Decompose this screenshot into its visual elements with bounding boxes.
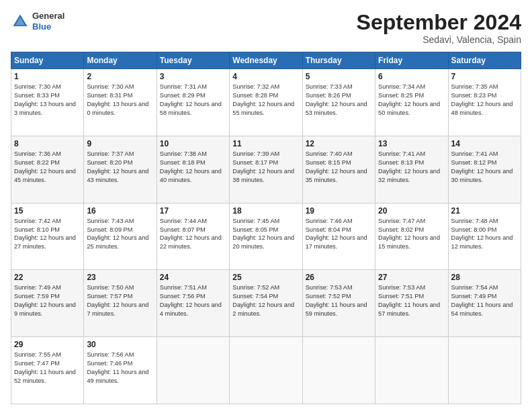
day-info: Sunrise: 7:43 AMSunset: 8:09 PMDaylight:… <box>87 217 153 252</box>
calendar-cell: 19Sunrise: 7:46 AMSunset: 8:04 PMDayligh… <box>302 203 375 270</box>
day-info: Sunrise: 7:36 AMSunset: 8:22 PMDaylight:… <box>14 150 81 185</box>
calendar-cell: 27Sunrise: 7:53 AMSunset: 7:51 PMDayligh… <box>375 270 448 337</box>
calendar-cell: 7Sunrise: 7:35 AMSunset: 8:23 PMDaylight… <box>448 69 521 136</box>
day-number: 21 <box>451 206 518 216</box>
day-number: 3 <box>160 72 226 81</box>
calendar-cell: 15Sunrise: 7:42 AMSunset: 8:10 PMDayligh… <box>11 203 84 270</box>
day-info: Sunrise: 7:41 AMSunset: 8:13 PMDaylight:… <box>378 150 445 185</box>
day-number: 24 <box>160 273 226 282</box>
calendar-header-saturday: Saturday <box>448 52 521 69</box>
calendar-header-sunday: Sunday <box>11 52 84 69</box>
day-info: Sunrise: 7:52 AMSunset: 7:54 PMDaylight:… <box>232 283 299 318</box>
calendar-cell: 23Sunrise: 7:50 AMSunset: 7:57 PMDayligh… <box>84 270 157 337</box>
calendar-cell: 8Sunrise: 7:36 AMSunset: 8:22 PMDaylight… <box>11 136 84 203</box>
calendar-cell: 6Sunrise: 7:34 AMSunset: 8:25 PMDaylight… <box>375 69 448 136</box>
calendar-cell: 9Sunrise: 7:37 AMSunset: 8:20 PMDaylight… <box>84 136 157 203</box>
day-info: Sunrise: 7:47 AMSunset: 8:02 PMDaylight:… <box>378 217 445 252</box>
day-number: 22 <box>14 273 81 282</box>
day-info: Sunrise: 7:50 AMSunset: 7:57 PMDaylight:… <box>87 283 153 318</box>
logo-text: General Blue <box>32 11 64 32</box>
calendar-cell: 28Sunrise: 7:54 AMSunset: 7:49 PMDayligh… <box>448 270 521 337</box>
day-info: Sunrise: 7:53 AMSunset: 7:51 PMDaylight:… <box>378 283 445 318</box>
day-info: Sunrise: 7:34 AMSunset: 8:25 PMDaylight:… <box>378 83 445 118</box>
calendar-table: SundayMondayTuesdayWednesdayThursdayFrid… <box>11 52 521 404</box>
day-number: 10 <box>160 139 226 148</box>
calendar-cell <box>157 337 229 404</box>
calendar-cell: 2Sunrise: 7:30 AMSunset: 8:31 PMDaylight… <box>84 69 157 136</box>
day-number: 2 <box>87 72 153 81</box>
logo-blue-text: Blue <box>32 21 64 32</box>
day-number: 5 <box>306 72 372 81</box>
calendar-header-monday: Monday <box>84 52 157 69</box>
day-number: 14 <box>451 139 518 148</box>
calendar-cell: 10Sunrise: 7:38 AMSunset: 8:18 PMDayligh… <box>157 136 229 203</box>
calendar-cell <box>302 337 375 404</box>
day-number: 9 <box>87 139 153 148</box>
day-info: Sunrise: 7:30 AMSunset: 8:33 PMDaylight:… <box>14 83 81 118</box>
logo-general-text: General <box>32 11 64 21</box>
calendar-week-row: 29Sunrise: 7:55 AMSunset: 7:47 PMDayligh… <box>11 337 521 404</box>
day-info: Sunrise: 7:38 AMSunset: 8:18 PMDaylight:… <box>160 150 226 185</box>
calendar-cell: 18Sunrise: 7:45 AMSunset: 8:05 PMDayligh… <box>230 203 302 270</box>
day-info: Sunrise: 7:51 AMSunset: 7:56 PMDaylight:… <box>160 283 226 318</box>
day-info: Sunrise: 7:37 AMSunset: 8:20 PMDaylight:… <box>87 150 153 185</box>
calendar-header-row: SundayMondayTuesdayWednesdayThursdayFrid… <box>11 52 521 69</box>
day-number: 19 <box>306 206 372 216</box>
day-number: 26 <box>306 273 372 282</box>
day-number: 12 <box>306 139 372 148</box>
calendar-cell: 30Sunrise: 7:56 AMSunset: 7:46 PMDayligh… <box>84 337 157 404</box>
location: Sedavi, Valencia, Spain <box>357 34 521 45</box>
calendar-cell: 14Sunrise: 7:41 AMSunset: 8:12 PMDayligh… <box>448 136 521 203</box>
day-info: Sunrise: 7:44 AMSunset: 8:07 PMDaylight:… <box>160 217 226 252</box>
day-number: 11 <box>232 139 299 148</box>
calendar-cell: 16Sunrise: 7:43 AMSunset: 8:09 PMDayligh… <box>84 203 157 270</box>
calendar-cell: 3Sunrise: 7:31 AMSunset: 8:29 PMDaylight… <box>157 69 229 136</box>
day-info: Sunrise: 7:41 AMSunset: 8:12 PMDaylight:… <box>451 150 518 185</box>
header: General Blue September 2024 Sedavi, Vale… <box>11 11 521 45</box>
calendar-cell: 4Sunrise: 7:32 AMSunset: 8:28 PMDaylight… <box>230 69 302 136</box>
calendar-cell: 11Sunrise: 7:39 AMSunset: 8:17 PMDayligh… <box>230 136 302 203</box>
day-info: Sunrise: 7:33 AMSunset: 8:26 PMDaylight:… <box>306 83 372 118</box>
calendar-header-tuesday: Tuesday <box>157 52 229 69</box>
day-number: 6 <box>378 72 445 81</box>
day-info: Sunrise: 7:32 AMSunset: 8:28 PMDaylight:… <box>232 83 299 118</box>
day-number: 1 <box>14 72 81 81</box>
day-info: Sunrise: 7:35 AMSunset: 8:23 PMDaylight:… <box>451 83 518 118</box>
calendar-cell <box>448 337 521 404</box>
logo: General Blue <box>11 11 64 32</box>
day-number: 17 <box>160 206 226 216</box>
day-number: 29 <box>14 340 81 349</box>
calendar-cell: 29Sunrise: 7:55 AMSunset: 7:47 PMDayligh… <box>11 337 84 404</box>
day-info: Sunrise: 7:56 AMSunset: 7:46 PMDaylight:… <box>87 351 153 385</box>
calendar-cell: 24Sunrise: 7:51 AMSunset: 7:56 PMDayligh… <box>157 270 229 337</box>
day-number: 7 <box>451 72 518 81</box>
day-info: Sunrise: 7:53 AMSunset: 7:52 PMDaylight:… <box>306 283 372 318</box>
calendar-cell: 20Sunrise: 7:47 AMSunset: 8:02 PMDayligh… <box>375 203 448 270</box>
title-block: September 2024 Sedavi, Valencia, Spain <box>357 11 521 45</box>
day-info: Sunrise: 7:55 AMSunset: 7:47 PMDaylight:… <box>14 351 81 385</box>
calendar-cell: 1Sunrise: 7:30 AMSunset: 8:33 PMDaylight… <box>11 69 84 136</box>
page: General Blue September 2024 Sedavi, Vale… <box>0 0 532 411</box>
calendar-cell: 17Sunrise: 7:44 AMSunset: 8:07 PMDayligh… <box>157 203 229 270</box>
calendar-week-row: 8Sunrise: 7:36 AMSunset: 8:22 PMDaylight… <box>11 136 521 203</box>
calendar-week-row: 15Sunrise: 7:42 AMSunset: 8:10 PMDayligh… <box>11 203 521 270</box>
calendar-header-thursday: Thursday <box>302 52 375 69</box>
calendar-cell: 12Sunrise: 7:40 AMSunset: 8:15 PMDayligh… <box>302 136 375 203</box>
day-info: Sunrise: 7:40 AMSunset: 8:15 PMDaylight:… <box>306 150 372 185</box>
calendar-cell <box>230 337 302 404</box>
day-number: 15 <box>14 206 81 216</box>
day-number: 13 <box>378 139 445 148</box>
calendar-week-row: 22Sunrise: 7:49 AMSunset: 7:59 PMDayligh… <box>11 270 521 337</box>
day-number: 20 <box>378 206 445 216</box>
day-number: 4 <box>232 72 299 81</box>
day-info: Sunrise: 7:45 AMSunset: 8:05 PMDaylight:… <box>232 217 299 252</box>
day-info: Sunrise: 7:54 AMSunset: 7:49 PMDaylight:… <box>451 283 518 318</box>
calendar-cell: 25Sunrise: 7:52 AMSunset: 7:54 PMDayligh… <box>230 270 302 337</box>
day-number: 27 <box>378 273 445 282</box>
logo-icon <box>11 12 30 31</box>
day-number: 28 <box>451 273 518 282</box>
day-number: 18 <box>232 206 299 216</box>
calendar-cell: 22Sunrise: 7:49 AMSunset: 7:59 PMDayligh… <box>11 270 84 337</box>
day-number: 30 <box>87 340 153 349</box>
calendar-cell: 26Sunrise: 7:53 AMSunset: 7:52 PMDayligh… <box>302 270 375 337</box>
